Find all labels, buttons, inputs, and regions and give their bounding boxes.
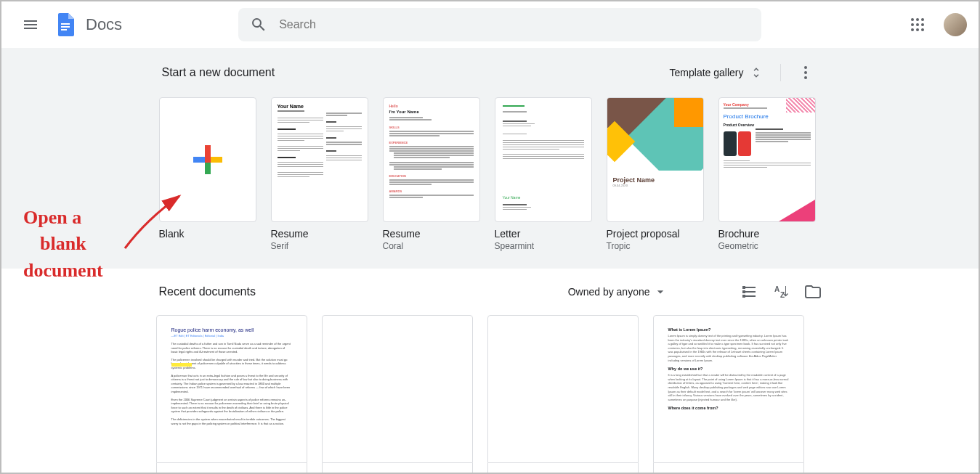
template-name: Brochure (718, 228, 816, 240)
google-apps-button[interactable] (903, 10, 932, 39)
svg-point-12 (804, 66, 807, 69)
app-title: Docs (86, 15, 122, 34)
svg-rect-0 (61, 23, 70, 25)
svg-point-14 (804, 76, 807, 79)
template-name: Project proposal (607, 228, 704, 240)
recent-doc-label: 3 (487, 463, 639, 474)
thumb-text: 09.04.20XX (613, 184, 697, 187)
svg-text:A: A (774, 285, 779, 293)
more-options-button[interactable] (793, 60, 819, 86)
svg-point-13 (804, 71, 807, 74)
dropdown-icon (653, 285, 668, 299)
sort-az-icon: AZ (772, 283, 790, 301)
list-view-button[interactable] (740, 283, 758, 301)
recent-doc-label: 2 (322, 463, 473, 474)
svg-rect-21 (742, 290, 745, 293)
template-section: Start a new document Template gallery (1, 48, 979, 269)
svg-rect-18 (209, 157, 222, 163)
template-name: Resume (383, 228, 480, 240)
svg-rect-20 (742, 286, 745, 289)
svg-rect-19 (205, 157, 211, 163)
list-icon (740, 283, 758, 301)
template-resume-serif[interactable]: Your Name (271, 97, 368, 251)
template-resume-coral[interactable]: Hello I'm Your Name SKILLS EXPERIENCE E (383, 97, 480, 251)
template-sub: Geometric (718, 241, 816, 251)
doc-title: Rogue police harm economy, as well (171, 327, 292, 332)
svg-rect-22 (742, 295, 745, 298)
svg-point-4 (916, 18, 919, 21)
docs-icon (52, 12, 78, 38)
template-sub: Tropic (607, 241, 704, 251)
search-input[interactable] (279, 18, 750, 31)
thumb-text: Project Name (613, 176, 697, 184)
recent-doc-label: 1 (156, 463, 307, 474)
main-menu-button[interactable] (13, 7, 48, 42)
gallery-label: Template gallery (670, 67, 744, 78)
thumb-text: Product Brochure (724, 113, 811, 120)
template-brochure[interactable]: Your Company Product Brochure Product Ov… (718, 97, 816, 251)
svg-rect-16 (205, 161, 211, 174)
template-heading: Start a new document (162, 66, 275, 79)
template-name: Resume (271, 228, 368, 240)
template-letter-spearmint[interactable]: Your Name Letter Spearmint (495, 97, 592, 251)
doc-para: Lorem Ipsum is simply dummy text of the … (668, 334, 789, 362)
recent-doc-3[interactable]: 3 (487, 315, 639, 474)
svg-point-8 (921, 23, 924, 26)
doc-heading: What is Lorem Ipsum? (668, 327, 789, 332)
owner-filter-label: Owned by anyone (568, 286, 650, 298)
doc-para: It is a long established fact that a rea… (668, 373, 789, 401)
plus-icon (190, 142, 225, 177)
recent-doc-1[interactable]: Rogue police harm economy, as well —ET E… (156, 315, 307, 474)
divider (780, 64, 781, 81)
template-gallery-button[interactable]: Template gallery (664, 63, 769, 82)
docs-logo[interactable] (51, 10, 80, 39)
svg-point-10 (916, 28, 919, 31)
more-vert-icon (797, 64, 814, 81)
unfold-icon (750, 66, 763, 79)
apps-grid-icon (909, 16, 926, 33)
template-project-proposal[interactable]: Project Name 09.04.20XX Project proposal… (607, 97, 704, 251)
doc-heading: Why do we use it? (668, 367, 789, 371)
svg-point-5 (921, 18, 924, 21)
owner-filter-dropdown[interactable]: Owned by anyone (568, 285, 668, 299)
folder-icon (804, 283, 822, 301)
doc-heading: Where does it come from? (668, 406, 789, 410)
svg-rect-2 (61, 29, 67, 30)
svg-point-3 (911, 18, 914, 21)
recent-doc-label: 4 (653, 463, 804, 474)
folder-button[interactable] (804, 283, 822, 301)
template-name: Letter (495, 228, 592, 240)
recent-heading: Recent documents (159, 285, 256, 298)
thumb-text: Your Name (278, 104, 323, 109)
template-blank[interactable]: Blank (159, 97, 256, 251)
thumb-text: Product Overview (724, 123, 811, 127)
hamburger-icon (22, 16, 39, 33)
template-sub: Serif (271, 241, 368, 251)
svg-text:Z: Z (780, 291, 785, 299)
svg-rect-15 (205, 145, 211, 158)
recent-doc-2[interactable]: 2 (322, 315, 473, 474)
template-sub: Spearmint (495, 241, 592, 251)
search-icon (250, 16, 267, 33)
svg-rect-17 (193, 157, 206, 163)
svg-point-11 (921, 28, 924, 31)
recent-doc-4[interactable]: What is Lorem Ipsum? Lorem Ipsum is simp… (653, 315, 804, 474)
recent-section: Recent documents Owned by anyone AZ (1, 269, 979, 474)
account-avatar[interactable] (944, 13, 967, 36)
template-sub: Coral (383, 241, 480, 251)
app-header: Docs (1, 1, 979, 48)
template-name: Blank (159, 228, 256, 240)
sort-button[interactable]: AZ (772, 283, 790, 301)
svg-point-7 (916, 23, 919, 26)
svg-point-6 (911, 23, 914, 26)
search-bar[interactable] (238, 8, 761, 41)
svg-rect-1 (61, 26, 70, 28)
svg-point-9 (911, 28, 914, 31)
